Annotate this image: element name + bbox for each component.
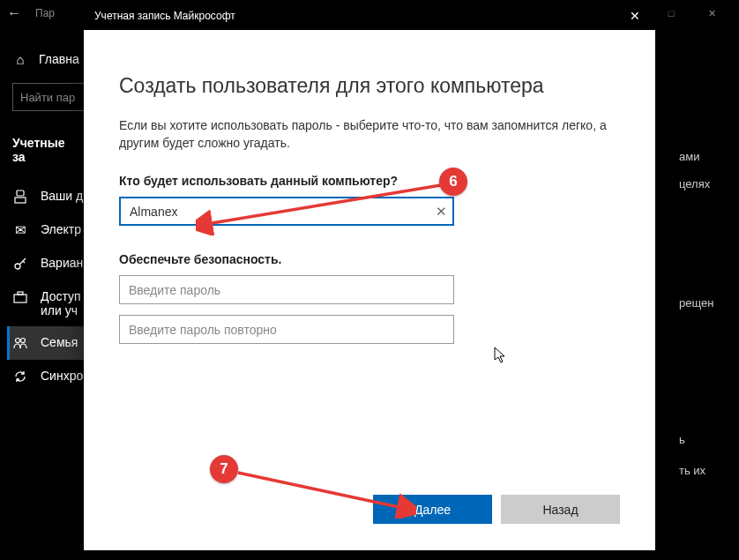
username-input[interactable] (119, 197, 454, 226)
sidebar-item-sync[interactable]: Синхро (7, 360, 84, 393)
close-settings-button[interactable]: ✕ (691, 0, 732, 26)
svg-line-4 (23, 261, 25, 263)
svg-point-7 (16, 339, 20, 343)
search-placeholder-text: Найти пар (20, 91, 75, 104)
sidebar-item-label: Электр (41, 222, 81, 236)
sidebar-item-signin-options[interactable]: Вариан (7, 247, 84, 280)
settings-title: Пар (35, 7, 55, 19)
person-icon (12, 189, 28, 205)
svg-line-3 (19, 258, 26, 265)
key-icon (12, 256, 28, 272)
sidebar-home[interactable]: ⌂ Главна (7, 44, 84, 74)
sync-icon (12, 369, 28, 385)
clear-input-icon[interactable]: ✕ (436, 204, 447, 220)
sidebar-search[interactable]: Найти пар (12, 83, 85, 111)
sidebar-item-label: Ваши д (41, 189, 83, 203)
annotation-badge-7: 7 (210, 455, 238, 483)
next-button[interactable]: Далее (373, 495, 492, 524)
sidebar-item-your-info[interactable]: Ваши д (7, 180, 84, 213)
sidebar-item-work-access[interactable]: Доступ или уч (7, 280, 84, 326)
microsoft-account-dialog: Учетная запись Майкрософт ✕ Создать поль… (84, 2, 655, 550)
security-label: Обеспечьте безопасность. (119, 252, 620, 266)
back-button[interactable]: Назад (501, 495, 620, 524)
sidebar-home-label: Главна (39, 52, 79, 66)
briefcase-icon (12, 289, 28, 305)
family-icon (12, 335, 28, 351)
dialog-description: Если вы хотите использовать пароль - выб… (119, 117, 620, 152)
settings-sidebar: ⌂ Главна Найти пар Учетные за Ваши д ✉ Э… (0, 26, 84, 393)
home-icon: ⌂ (12, 51, 28, 67)
dialog-heading: Создать пользователя для этого компьютер… (119, 74, 620, 98)
who-label: Кто будет использовать данный компьютер? (119, 174, 620, 188)
password-input[interactable] (119, 275, 454, 304)
svg-rect-6 (18, 292, 23, 295)
sidebar-item-label: Семья (41, 335, 78, 349)
sidebar-section-header: Учетные за (7, 129, 84, 180)
mouse-cursor-icon (494, 347, 508, 369)
dialog-title: Учетная запись Майкрософт (94, 10, 235, 22)
background-right-text: ами целях рещен ь ть их (679, 132, 732, 491)
svg-rect-5 (14, 295, 26, 302)
annotation-badge-6: 6 (439, 168, 467, 196)
back-arrow-icon[interactable]: ← (7, 5, 21, 21)
maximize-button[interactable]: □ (651, 0, 691, 26)
close-dialog-button[interactable]: ✕ (615, 2, 655, 30)
svg-rect-1 (15, 198, 26, 203)
dialog-titlebar: Учетная запись Майкрософт ✕ (84, 2, 655, 30)
sidebar-item-email[interactable]: ✉ Электр (7, 213, 84, 247)
mail-icon: ✉ (12, 222, 28, 238)
svg-point-8 (21, 339, 26, 343)
sidebar-item-label: Доступ или уч (41, 289, 81, 317)
sidebar-item-label: Вариан (41, 256, 83, 270)
password-confirm-input[interactable] (119, 315, 454, 344)
sidebar-item-family[interactable]: Семья (7, 326, 84, 360)
sidebar-item-label: Синхро (41, 369, 83, 383)
svg-rect-0 (17, 190, 24, 196)
